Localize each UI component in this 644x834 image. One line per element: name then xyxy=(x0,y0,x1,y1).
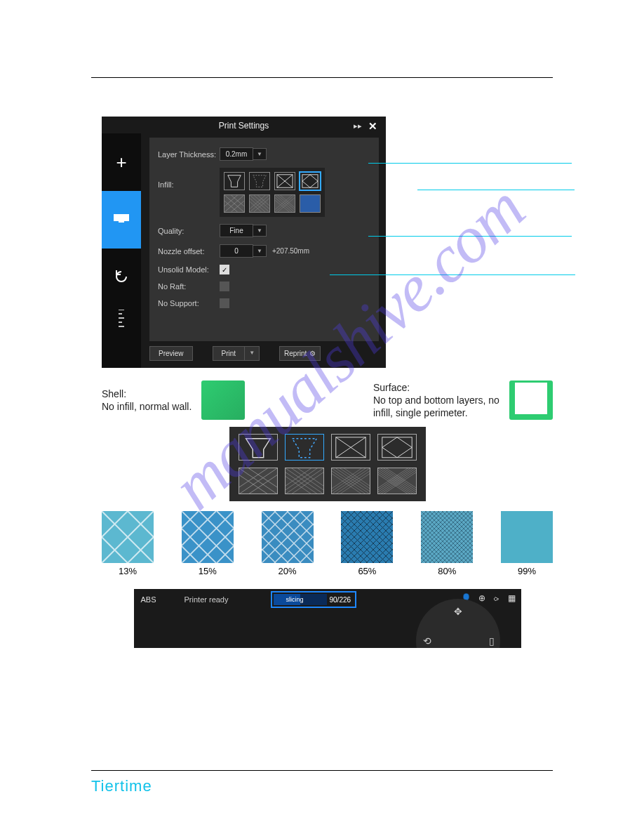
swatch-13 xyxy=(102,511,154,563)
progress-label: slicing xyxy=(274,596,304,603)
layer-thickness-select[interactable]: 0.2mm xyxy=(220,147,253,161)
unsolid-model-row: Unsolid Model: ✓ xyxy=(158,265,370,274)
sidebar-reset-icon[interactable] xyxy=(102,249,141,306)
printer-status: Printer ready xyxy=(185,595,229,604)
print-button[interactable]: Print xyxy=(213,346,246,361)
infill-options-large xyxy=(229,427,426,501)
status-bar-screenshot: ABS Printer ready slicing 90/226 👤 ⊕ ⪧ ▦… xyxy=(134,589,521,648)
infill-label: Infill: xyxy=(158,168,220,189)
layer-thickness-arrow-icon[interactable]: ▼ xyxy=(253,148,267,160)
shell-preview-image xyxy=(201,380,245,420)
swatch-label: 13% xyxy=(102,566,154,576)
no-raft-checkbox[interactable] xyxy=(220,282,229,291)
surface-preview-image xyxy=(509,380,553,420)
no-raft-label: No Raft: xyxy=(158,282,220,291)
quality-select[interactable]: Fine xyxy=(220,224,253,237)
progress-container: slicing 90/226 xyxy=(271,591,357,608)
infill-solid-icon[interactable] xyxy=(300,194,321,213)
nozzle-offset-select[interactable]: 0 xyxy=(220,244,253,258)
quality-label: Quality: xyxy=(158,227,220,235)
bottom-rule xyxy=(91,770,553,771)
infill-cross-icon[interactable] xyxy=(274,172,295,190)
infill-grid xyxy=(220,168,325,217)
infill-large-dense-icon xyxy=(377,468,417,494)
rotate-icon[interactable]: ⟲ xyxy=(423,635,431,647)
brand-logo: Tiertime xyxy=(91,777,152,795)
no-support-checkbox[interactable] xyxy=(220,298,229,308)
infill-mesh2-icon[interactable] xyxy=(249,194,270,213)
infill-surface-icon[interactable] xyxy=(249,172,270,190)
share-icon[interactable]: ⪧ xyxy=(492,593,501,603)
no-support-row: No Support: xyxy=(158,298,370,308)
zoom-icon[interactable]: ⊕ xyxy=(478,593,485,603)
reprint-button[interactable]: Reprint⚙ xyxy=(279,346,321,361)
swatch-99 xyxy=(501,511,553,563)
swatch-15 xyxy=(182,511,234,563)
close-icon[interactable]: ✕ xyxy=(368,120,377,133)
infill-density-swatches: 13% 15% 20% 65% 80% 99% xyxy=(102,511,553,576)
infill-row: Infill: xyxy=(158,168,370,217)
infill-diamond-icon[interactable] xyxy=(300,172,321,190)
swatch-label: 15% xyxy=(182,566,234,576)
print-arrow-icon[interactable]: ▼ xyxy=(245,346,260,361)
infill-mesh1-icon[interactable] xyxy=(224,194,245,213)
callout-line-1 xyxy=(368,163,572,164)
surface-title: Surface: xyxy=(373,381,499,394)
infill-large-mesh1-icon xyxy=(239,468,278,494)
infill-large-cross-icon xyxy=(331,434,370,461)
surface-description: No top and bottom layers, no infill, sin… xyxy=(373,394,499,419)
callout-line-3 xyxy=(368,236,572,237)
move-icon[interactable]: ✥ xyxy=(454,606,462,617)
swatch-label: 80% xyxy=(421,566,473,576)
grid-icon[interactable]: ▦ xyxy=(508,593,516,603)
gear-icon: ⚙ xyxy=(309,350,316,357)
callout-line-2 xyxy=(417,190,575,190)
unsolid-model-checkbox[interactable]: ✓ xyxy=(220,265,229,274)
nozzle-offset-label: Nozzle offset: xyxy=(158,247,220,256)
sidebar-add-icon[interactable]: + xyxy=(102,133,141,191)
nozzle-offset-row: Nozzle offset: 0▼ +207.50mm xyxy=(158,244,370,258)
infill-large-mesh3-icon xyxy=(331,468,370,494)
print-settings-screenshot: Print Settings ▸▸ ✕ + Layer Thickness: 0… xyxy=(102,117,386,368)
quality-row: Quality: Fine▼ xyxy=(158,224,370,237)
infill-large-diamond-icon xyxy=(377,434,417,461)
nozzle-offset-arrow-icon[interactable]: ▼ xyxy=(253,245,267,257)
swatch-label: 65% xyxy=(341,566,393,576)
infill-mesh3-icon[interactable] xyxy=(274,194,295,213)
material-label: ABS xyxy=(141,595,156,604)
svg-rect-5 xyxy=(300,195,320,212)
sidebar-ruler-icon[interactable] xyxy=(102,306,141,334)
shell-description: No infill, normal wall. xyxy=(102,400,192,413)
forward-icon[interactable]: ▸▸ xyxy=(354,121,362,131)
nozzle-offset-value: +207.50mm xyxy=(272,247,309,255)
infill-large-surface-icon xyxy=(285,434,324,461)
dialog-title: Print Settings xyxy=(102,121,386,131)
infill-shell-icon[interactable] xyxy=(224,172,245,190)
callout-line-4 xyxy=(330,274,575,275)
svg-rect-7 xyxy=(382,437,411,458)
progress-value: 90/226 xyxy=(330,596,354,604)
layer-thickness-label: Layer Thickness: xyxy=(158,150,220,159)
button-row: Preview Print▼ Reprint⚙ xyxy=(149,346,379,361)
infill-large-shell-icon xyxy=(239,434,278,461)
swatch-label: 99% xyxy=(501,566,553,576)
quality-arrow-icon[interactable]: ▼ xyxy=(253,225,267,237)
infill-explanation-section: Shell: No infill, normal wall. Surface: … xyxy=(102,380,553,648)
swatch-80 xyxy=(421,511,473,563)
no-raft-row: No Raft: xyxy=(158,282,370,291)
swatch-65 xyxy=(341,511,393,563)
swatch-label: 20% xyxy=(262,566,314,576)
preview-button[interactable]: Preview xyxy=(149,346,193,361)
sidebar-print-icon[interactable] xyxy=(102,191,141,249)
device-icon[interactable]: ▯ xyxy=(489,635,495,647)
swatch-20 xyxy=(262,511,314,563)
top-rule xyxy=(91,77,553,78)
settings-panel: Layer Thickness: 0.2mm▼ Infill: Quality: xyxy=(149,138,379,341)
layer-thickness-row: Layer Thickness: 0.2mm▼ xyxy=(158,147,370,161)
no-support-label: No Support: xyxy=(158,299,220,307)
infill-large-mesh2-icon xyxy=(285,468,324,494)
unsolid-model-label: Unsolid Model: xyxy=(158,265,220,274)
svg-rect-1 xyxy=(302,175,318,187)
left-sidebar: + xyxy=(102,133,141,368)
shell-title: Shell: xyxy=(102,388,192,400)
